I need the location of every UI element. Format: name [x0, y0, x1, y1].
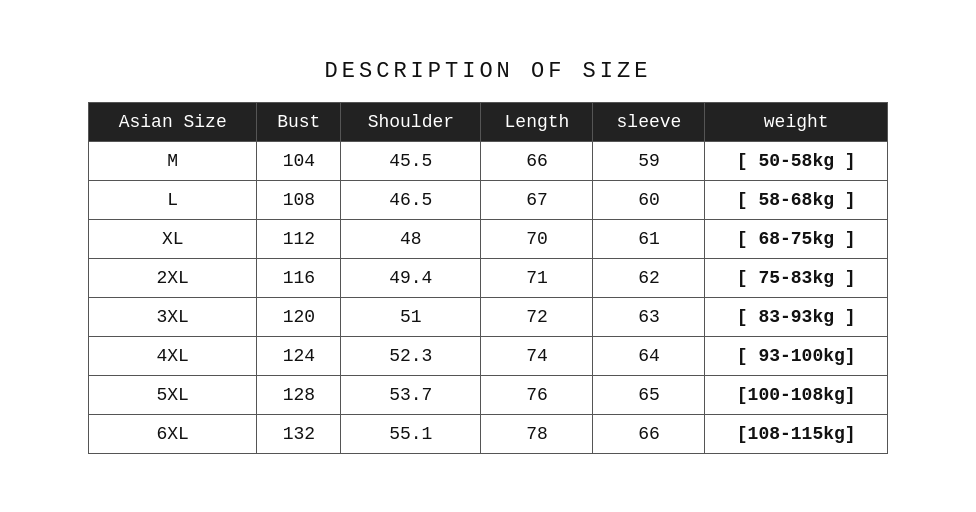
table-row: 6XL13255.17866[108-115kg] — [89, 414, 888, 453]
table-row: M10445.56659[ 50-58kg ] — [89, 141, 888, 180]
cell-weight: [ 58-68kg ] — [705, 180, 888, 219]
cell-weight: [ 68-75kg ] — [705, 219, 888, 258]
cell-length: 74 — [481, 336, 593, 375]
cell-length: 66 — [481, 141, 593, 180]
cell-bust: 128 — [257, 375, 341, 414]
table-row: L10846.56760[ 58-68kg ] — [89, 180, 888, 219]
col-header-length: Length — [481, 102, 593, 141]
cell-sleeve: 61 — [593, 219, 705, 258]
cell-length: 76 — [481, 375, 593, 414]
cell-size: M — [89, 141, 257, 180]
cell-bust: 112 — [257, 219, 341, 258]
cell-length: 67 — [481, 180, 593, 219]
cell-length: 78 — [481, 414, 593, 453]
cell-sleeve: 62 — [593, 258, 705, 297]
cell-weight: [ 75-83kg ] — [705, 258, 888, 297]
cell-shoulder: 46.5 — [341, 180, 481, 219]
cell-shoulder: 53.7 — [341, 375, 481, 414]
cell-length: 72 — [481, 297, 593, 336]
cell-weight: [ 93-100kg] — [705, 336, 888, 375]
cell-size: 5XL — [89, 375, 257, 414]
cell-bust: 104 — [257, 141, 341, 180]
cell-size: 6XL — [89, 414, 257, 453]
cell-size: 4XL — [89, 336, 257, 375]
cell-weight: [100-108kg] — [705, 375, 888, 414]
col-header-weight: weight — [705, 102, 888, 141]
cell-shoulder: 48 — [341, 219, 481, 258]
cell-shoulder: 45.5 — [341, 141, 481, 180]
cell-weight: [ 50-58kg ] — [705, 141, 888, 180]
cell-sleeve: 60 — [593, 180, 705, 219]
cell-size: 3XL — [89, 297, 257, 336]
cell-bust: 120 — [257, 297, 341, 336]
cell-sleeve: 64 — [593, 336, 705, 375]
cell-size: 2XL — [89, 258, 257, 297]
cell-sleeve: 63 — [593, 297, 705, 336]
col-header-shoulder: Shoulder — [341, 102, 481, 141]
cell-bust: 116 — [257, 258, 341, 297]
cell-weight: [ 83-93kg ] — [705, 297, 888, 336]
cell-shoulder: 51 — [341, 297, 481, 336]
col-header-bust: Bust — [257, 102, 341, 141]
cell-bust: 132 — [257, 414, 341, 453]
cell-shoulder: 52.3 — [341, 336, 481, 375]
cell-shoulder: 49.4 — [341, 258, 481, 297]
cell-size: L — [89, 180, 257, 219]
page-title: DESCRIPTION OF SIZE — [325, 59, 652, 84]
cell-bust: 124 — [257, 336, 341, 375]
table-row: XL112487061[ 68-75kg ] — [89, 219, 888, 258]
cell-length: 70 — [481, 219, 593, 258]
col-header-asian-size: Asian Size — [89, 102, 257, 141]
table-row: 2XL11649.47162[ 75-83kg ] — [89, 258, 888, 297]
cell-weight: [108-115kg] — [705, 414, 888, 453]
cell-bust: 108 — [257, 180, 341, 219]
cell-length: 71 — [481, 258, 593, 297]
size-table: Asian Size Bust Shoulder Length sleeve w… — [88, 102, 888, 454]
table-row: 4XL12452.37464[ 93-100kg] — [89, 336, 888, 375]
table-row: 5XL12853.77665[100-108kg] — [89, 375, 888, 414]
cell-sleeve: 65 — [593, 375, 705, 414]
cell-shoulder: 55.1 — [341, 414, 481, 453]
col-header-sleeve: sleeve — [593, 102, 705, 141]
cell-size: XL — [89, 219, 257, 258]
cell-sleeve: 59 — [593, 141, 705, 180]
table-row: 3XL120517263[ 83-93kg ] — [89, 297, 888, 336]
cell-sleeve: 66 — [593, 414, 705, 453]
